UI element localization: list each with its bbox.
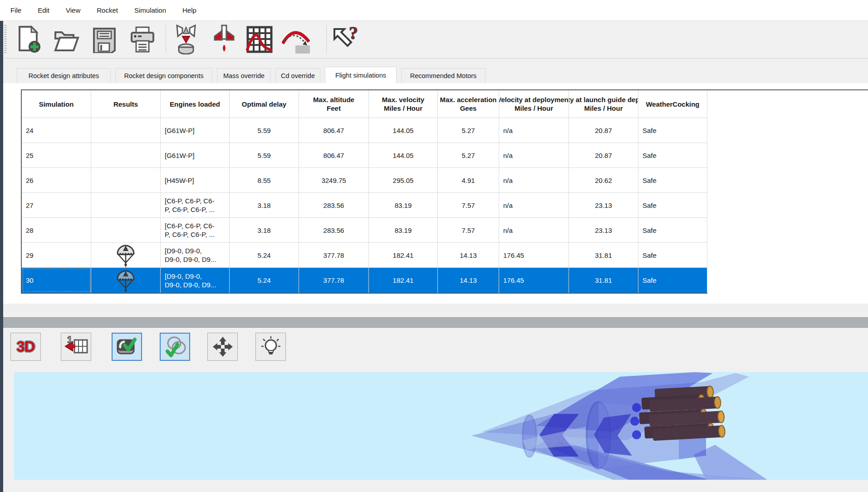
cell-altitude[interactable]: 283.56 [299,218,369,243]
cell-guide[interactable]: 31.81 [569,243,638,268]
cell-weather[interactable]: Safe [638,243,707,268]
cell-sim[interactable]: 24 [22,118,91,143]
menu-file[interactable]: File [10,6,21,14]
cell-altitude[interactable]: 283.56 [299,193,369,218]
cell-weather[interactable]: Safe [638,268,707,293]
cell-guide[interactable]: 20.62 [569,168,638,193]
cell-deploy[interactable]: n/a [499,218,569,243]
cell-altitude[interactable]: 3249.75 [299,168,369,193]
cell-results[interactable] [91,218,161,243]
cell-weather[interactable]: Safe [638,218,707,243]
cell-altitude[interactable]: 806.47 [299,143,369,168]
cell-engines[interactable]: [C6-P, C6-P, C6-P, C6-P, C6-P, ... [161,218,230,243]
cell-results[interactable] [91,168,161,193]
cell-weather[interactable]: Safe [638,193,707,218]
cell-accel[interactable]: 7.57 [438,218,499,243]
cell-sim[interactable]: 25 [22,143,91,168]
move-view-button[interactable] [207,333,238,361]
cell-engines[interactable]: [C6-P, C6-P, C6-P, C6-P, C6-P, ... [161,193,230,218]
cell-altitude[interactable]: 377.78 [299,268,369,293]
cell-sim[interactable]: 27 [22,193,91,218]
menu-simulation[interactable]: Simulation [134,6,166,14]
toggle-solid-view-button[interactable] [112,333,142,361]
cell-weather[interactable]: Safe [638,168,707,193]
tab-cd-override[interactable]: Cd override [275,68,320,83]
column-header-optimal[interactable]: Optimal delay [230,90,299,118]
cell-velocity[interactable]: 144.05 [369,143,438,168]
cell-optimal[interactable]: 5.24 [230,243,299,268]
cell-deploy[interactable]: n/a [499,193,569,218]
cell-engines[interactable]: [H45W-P] [161,168,230,193]
toolbar-gripper[interactable] [4,25,7,54]
cell-weather[interactable]: Safe [638,118,707,143]
cell-results[interactable] [91,193,161,218]
cell-results[interactable] [91,268,161,293]
cell-engines[interactable]: [G61W-P] [161,118,230,143]
table-row-simulation-26[interactable]: 26[H45W-P]8.553249.75295.054.91n/a20.62S… [22,168,707,193]
table-row-simulation-28[interactable]: 28[C6-P, C6-P, C6-P, C6-P, C6-P, ...3.18… [22,218,707,243]
column-header-engines[interactable]: Engines loaded [161,90,230,118]
view-3d-button[interactable]: 3D [10,333,41,361]
cell-accel[interactable]: 14.13 [438,243,499,268]
cell-accel[interactable]: 5.27 [438,143,499,168]
cell-accel[interactable]: 7.57 [438,193,499,218]
cell-engines[interactable]: [D9-0, D9-0,D9-0, D9-0, D9... [161,268,230,293]
menu-view[interactable]: View [66,6,80,14]
cell-velocity[interactable]: 83.19 [369,193,438,218]
cell-accel[interactable]: 5.27 [438,118,499,143]
cell-velocity[interactable]: 182.41 [369,268,438,293]
simulation-table-button[interactable] [245,24,274,55]
tab-rocket-design-attributes[interactable]: Rocket design attributes [17,68,111,83]
column-header-altitude[interactable]: Max. altitudeFeet [299,90,369,118]
cell-results[interactable] [91,243,161,268]
cell-velocity[interactable]: 295.05 [369,168,438,193]
column-header-results[interactable]: Results [91,90,161,118]
tab-mass-override[interactable]: Mass override [217,68,271,83]
simulations-table[interactable]: SimulationResultsEngines loadedOptimal d… [21,90,707,294]
cell-guide[interactable]: 23.13 [569,218,638,243]
cell-weather[interactable]: Safe [638,143,707,168]
launch-simulation-button[interactable] [210,24,238,55]
cell-sim[interactable]: 30 [22,268,91,293]
simulation-number-button[interactable]: 1 [61,333,91,361]
flight-path-button[interactable] [282,24,310,55]
context-help-button[interactable]: ? [331,24,359,55]
cell-optimal[interactable]: 5.59 [230,118,299,143]
cell-altitude[interactable]: 806.47 [299,118,369,143]
new-file-button[interactable] [15,24,43,55]
cell-optimal[interactable]: 3.18 [230,193,299,218]
menu-edit[interactable]: Edit [38,6,49,14]
cell-deploy[interactable]: n/a [499,118,569,143]
tab-flight-simulations[interactable]: Flight simulations [325,67,397,84]
cell-engines[interactable]: [D9-0, D9-0,D9-0, D9-0, D9... [161,243,230,268]
cell-guide[interactable]: 20.87 [569,143,638,168]
cell-deploy[interactable]: 176.45 [499,268,569,293]
column-header-deploy[interactable]: Velocity at deploymentMiles / Hour [499,90,569,118]
column-header-weather[interactable]: WeatherCocking [638,90,707,118]
cell-velocity[interactable]: 182.41 [369,243,438,268]
cell-deploy[interactable]: n/a [499,143,569,168]
column-header-accel[interactable]: Max. accelerationGees [438,90,499,118]
menu-help[interactable]: Help [182,6,196,14]
cell-optimal[interactable]: 3.18 [230,218,299,243]
cell-sim[interactable]: 29 [22,243,91,268]
table-row-simulation-29[interactable]: 29[D9-0, D9-0,D9-0, D9-0, D9...5.24377.7… [22,243,707,268]
cell-results[interactable] [91,118,161,143]
cell-velocity[interactable]: 144.05 [369,118,438,143]
cell-guide[interactable]: 20.87 [569,118,638,143]
tab-recommended-motors[interactable]: Recommended Motors [401,68,485,83]
load-engines-button[interactable] [172,24,200,55]
column-header-guide[interactable]: Velocity at launch guide departureMiles … [569,90,638,118]
open-file-button[interactable] [52,24,80,55]
menu-rocket[interactable]: Rocket [97,6,118,14]
table-row-simulation-25[interactable]: 25[G61W-P]5.59806.47144.055.27n/a20.87Sa… [22,143,707,168]
cell-optimal[interactable]: 5.59 [230,143,299,168]
cell-optimal[interactable]: 5.24 [230,268,299,293]
cell-optimal[interactable]: 8.55 [230,168,299,193]
cell-engines[interactable]: [G61W-P] [161,143,230,168]
cell-deploy[interactable]: n/a [499,168,569,193]
cell-velocity[interactable]: 83.19 [369,218,438,243]
cell-guide[interactable]: 23.13 [569,193,638,218]
lighting-button[interactable] [255,333,286,361]
cell-guide[interactable]: 31.81 [569,268,638,293]
